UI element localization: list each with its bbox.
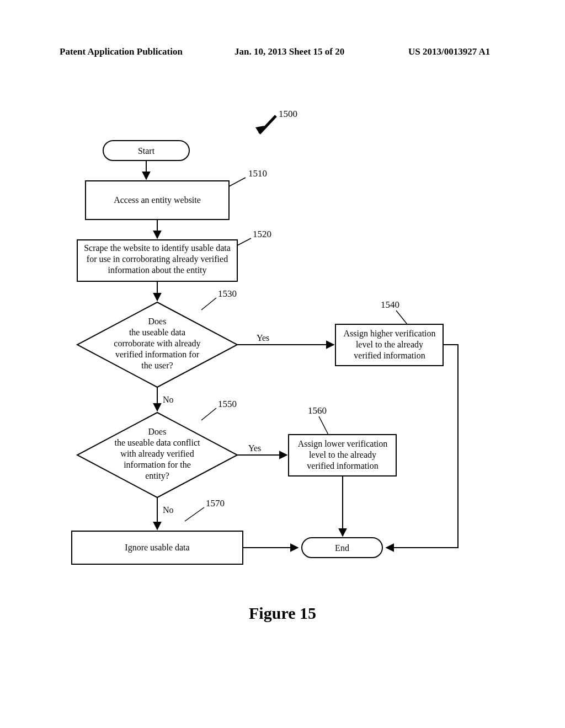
end-node: End	[302, 538, 382, 558]
b1560-l1: Assign lower verification	[298, 439, 388, 449]
box-1520: Scrape the website to identify usable da…	[77, 240, 237, 281]
ref-arrow-1500: 1500	[255, 110, 297, 133]
ref-1520: 1520	[253, 229, 271, 239]
box-1510: Access an entity website	[86, 181, 229, 220]
decision-1530: Does the useable data corroborate with a…	[77, 302, 237, 387]
d1550-l4: information for the	[124, 460, 191, 469]
d1550-l3: with already verified	[120, 449, 194, 459]
header-right: US 2013/0013927 A1	[408, 46, 490, 57]
d1530-l2: the useable data	[129, 328, 185, 337]
b1540-l3: verified information	[354, 351, 425, 360]
d1550-l2: the useable data conflict	[114, 438, 200, 447]
end-label: End	[335, 543, 349, 553]
ref-1530: 1530	[218, 288, 237, 299]
box-1520-l3: information about the entity	[108, 265, 206, 275]
edge-1550-no-label: No	[163, 505, 174, 515]
ref-1550: 1550	[218, 399, 237, 409]
ref-1510: 1510	[248, 168, 267, 179]
leader-1550	[201, 408, 216, 420]
ref-1560: 1560	[308, 405, 327, 416]
figure-title: Figure 15	[0, 604, 565, 623]
leader-1570	[185, 507, 204, 521]
leader-1510	[229, 178, 246, 186]
b1560-l3: verified information	[307, 461, 378, 470]
box-1570: Ignore usable data	[72, 531, 243, 564]
edge-1540-end	[386, 345, 458, 548]
d1550-l5: entity?	[145, 471, 169, 481]
edge-1530-yes-label: Yes	[257, 333, 269, 342]
box-1510-text: Access an entity website	[114, 195, 201, 205]
start-label: Start	[138, 146, 155, 156]
flowchart: 1500 Start Access an entity website 1510	[61, 110, 497, 601]
box-1540: Assign higher verification level to the …	[335, 324, 443, 366]
d1530-l1: Does	[148, 317, 167, 326]
leader-1520	[237, 238, 251, 245]
b1570-text: Ignore usable data	[125, 543, 189, 553]
page: Patent Application Publication Jan. 10, …	[0, 0, 565, 728]
b1540-l2: level to the already	[356, 340, 423, 350]
b1560-l2: level to the already	[309, 450, 376, 460]
box-1520-l1: Scrape the website to identify usable da…	[84, 243, 231, 253]
d1530-l5: the user?	[141, 361, 173, 370]
edge-1530-no-label: No	[163, 395, 174, 404]
header-center: Jan. 10, 2013 Sheet 15 of 20	[234, 46, 344, 57]
decision-1550: Does the useable data conflict with alre…	[77, 413, 237, 497]
leader-1530	[201, 298, 216, 310]
ref-1500: 1500	[279, 110, 297, 119]
d1530-l4: verified information for	[115, 350, 200, 359]
d1530-l3: corroborate with already	[114, 339, 200, 349]
ref-1570: 1570	[206, 498, 225, 508]
header-left: Patent Application Publication	[60, 46, 183, 57]
box-1520-l2: for use in corroborating already verifie…	[87, 254, 228, 264]
edge-1550-yes-label: Yes	[248, 443, 261, 453]
leader-1560	[319, 416, 328, 435]
leader-1540	[396, 311, 407, 324]
b1540-l1: Assign higher verification	[343, 329, 435, 339]
ref-1540: 1540	[381, 299, 399, 310]
start-node: Start	[103, 141, 189, 160]
d1550-l1: Does	[148, 427, 167, 436]
svg-line-0	[259, 116, 276, 133]
box-1560: Assign lower verification level to the a…	[289, 435, 396, 476]
